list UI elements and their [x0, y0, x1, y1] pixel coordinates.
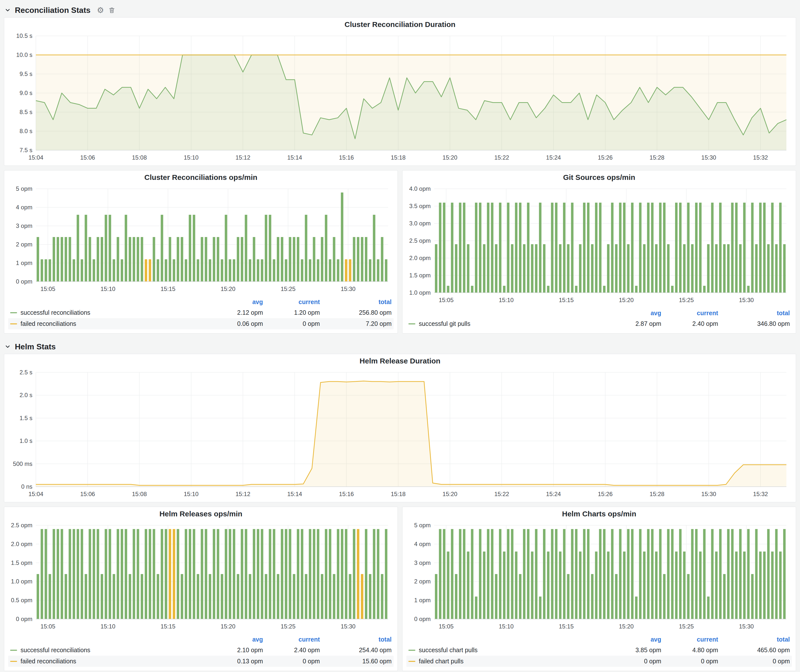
legend: avgcurrenttotalsuccessful reconciliation…: [4, 634, 398, 671]
legend-column-total[interactable]: total: [718, 310, 790, 317]
svg-text:15:32: 15:32: [753, 491, 768, 497]
legend-header: avgcurrenttotal: [8, 635, 394, 645]
trash-icon[interactable]: [108, 6, 115, 14]
panel-header[interactable]: Cluster Reconciliations ops/min: [4, 170, 398, 184]
svg-text:8.5 s: 8.5 s: [19, 109, 32, 115]
svg-text:15:20: 15:20: [221, 286, 235, 292]
panel-header[interactable]: Git Sources ops/min: [402, 170, 796, 184]
svg-text:15:25: 15:25: [679, 623, 694, 630]
panel-header[interactable]: Cluster Reconciliation Duration: [4, 18, 796, 31]
panel-title[interactable]: Helm Charts ops/min: [562, 510, 636, 518]
git-sources-opm-chart[interactable]: 1.0 opm1.5 opm2.0 opm2.5 opm3.0 opm3.5 o…: [405, 184, 793, 308]
panel-title[interactable]: Helm Release Duration: [360, 357, 440, 365]
svg-text:4 opm: 4 opm: [414, 541, 431, 547]
svg-text:15:25: 15:25: [280, 623, 295, 630]
svg-text:15:18: 15:18: [391, 491, 406, 497]
chevron-down-icon[interactable]: [5, 343, 11, 350]
section-header-reconciliation-stats[interactable]: Reconciliation Stats ⚙: [5, 3, 796, 17]
panel-cluster-reconciliation-duration: Cluster Reconciliation Duration 7.5 s8.0…: [4, 17, 796, 166]
panel-title[interactable]: Helm Releases ops/min: [159, 510, 242, 518]
series-color-marker: [408, 323, 415, 324]
section-header-helm-stats[interactable]: Helm Stats: [5, 339, 796, 354]
dashboard: Reconciliation Stats ⚙ Cluster Reconcili…: [0, 0, 800, 672]
legend-series-name[interactable]: failed reconciliations: [10, 320, 206, 327]
legend-column-current[interactable]: current: [263, 298, 320, 306]
section-title[interactable]: Reconciliation Stats: [15, 6, 91, 15]
svg-text:1.5 opm: 1.5 opm: [409, 272, 431, 278]
panel-header[interactable]: Helm Charts ops/min: [402, 507, 796, 521]
chart-svg: 1.0 opm1.5 opm2.0 opm2.5 opm3.0 opm3.5 o…: [405, 184, 793, 308]
legend-column-total[interactable]: total: [320, 298, 392, 306]
svg-text:1.0 opm: 1.0 opm: [11, 578, 32, 585]
svg-text:5 opm: 5 opm: [16, 185, 32, 192]
legend-column-total[interactable]: total: [718, 636, 790, 643]
svg-text:0 opm: 0 opm: [16, 616, 32, 622]
legend-column-current[interactable]: current: [661, 310, 718, 317]
legend-value: 0 opm: [263, 658, 320, 665]
svg-text:15:05: 15:05: [40, 623, 55, 630]
svg-text:15:10: 15:10: [184, 154, 198, 161]
legend-value: 2.10 opm: [206, 646, 263, 654]
svg-text:0 ns: 0 ns: [21, 483, 32, 490]
cluster-reconciliations-opm-chart[interactable]: 0 opm1 opm2 opm3 opm4 opm5 opm15:0515:10…: [7, 184, 395, 297]
svg-text:15:25: 15:25: [679, 297, 694, 303]
panel-header[interactable]: Helm Release Duration: [4, 354, 796, 368]
legend-value: 0.13 opm: [206, 658, 263, 665]
legend-series-name[interactable]: failed reconciliations: [10, 658, 206, 665]
svg-text:15:30: 15:30: [341, 286, 355, 292]
gear-icon[interactable]: ⚙: [97, 6, 104, 14]
section-title[interactable]: Helm Stats: [15, 342, 56, 351]
legend-series-name[interactable]: successful git pulls: [408, 320, 604, 327]
svg-text:9.0 s: 9.0 s: [19, 90, 32, 96]
legend-row: successful chart pulls3.85 opm4.80 opm46…: [406, 645, 792, 656]
series-color-marker: [10, 312, 17, 313]
svg-text:15:25: 15:25: [280, 286, 295, 292]
svg-text:15:04: 15:04: [29, 491, 43, 497]
svg-text:1 opm: 1 opm: [16, 259, 32, 266]
svg-text:15:30: 15:30: [701, 154, 716, 161]
legend-series-name[interactable]: successful reconciliations: [10, 646, 206, 654]
svg-text:15:20: 15:20: [619, 623, 634, 630]
legend-column-avg[interactable]: avg: [604, 636, 661, 643]
legend-series-name[interactable]: successful reconciliations: [10, 309, 206, 316]
helm-releases-opm-chart[interactable]: 0 opm0.5 opm1.0 opm1.5 opm2.0 opm2.5 opm…: [7, 521, 395, 634]
chart-svg: 0 ns500 ms1.0 s1.5 s2.0 s2.5 s15:0415:06…: [7, 368, 793, 502]
svg-text:15:14: 15:14: [287, 491, 302, 497]
panel-title[interactable]: Cluster Reconciliations ops/min: [144, 173, 258, 182]
svg-text:5 opm: 5 opm: [414, 522, 431, 528]
legend-value: 3.85 opm: [604, 646, 661, 654]
legend-column-total[interactable]: total: [320, 636, 392, 643]
panel-helm-charts-opm: Helm Charts ops/min 0 opm1 opm2 opm3 opm…: [402, 507, 796, 671]
legend-column-current[interactable]: current: [263, 636, 320, 643]
svg-text:15:15: 15:15: [559, 623, 574, 630]
legend-column-avg[interactable]: avg: [206, 636, 263, 643]
legend: avgcurrenttotalsuccessful chart pulls3.8…: [402, 634, 796, 671]
helm-charts-opm-chart[interactable]: 0 opm1 opm2 opm3 opm4 opm5 opm15:0515:10…: [405, 521, 793, 634]
helm-release-duration-chart[interactable]: 0 ns500 ms1.0 s1.5 s2.0 s2.5 s15:0415:06…: [7, 368, 793, 502]
chart-svg: 0 opm1 opm2 opm3 opm4 opm5 opm15:0515:10…: [7, 184, 395, 297]
cluster-reconciliation-duration-chart[interactable]: 7.5 s8.0 s8.5 s9.0 s9.5 s10.0 s10.5 s15:…: [7, 31, 793, 166]
svg-text:4.0 opm: 4.0 opm: [409, 185, 431, 192]
legend-series-name[interactable]: successful chart pulls: [408, 646, 604, 654]
series-color-marker: [408, 661, 415, 662]
panel-title[interactable]: Cluster Reconciliation Duration: [345, 20, 455, 29]
svg-text:0.5 opm: 0.5 opm: [11, 597, 32, 603]
legend-column-avg[interactable]: avg: [206, 298, 263, 306]
legend-column-avg[interactable]: avg: [604, 310, 661, 317]
series-color-marker: [10, 661, 17, 662]
svg-text:0 opm: 0 opm: [16, 278, 32, 285]
legend-series-name[interactable]: failed chart pulls: [408, 658, 604, 665]
panel-header[interactable]: Helm Releases ops/min: [4, 507, 398, 521]
svg-text:15:30: 15:30: [739, 623, 754, 630]
legend-row: failed reconciliations0.06 opm0 opm7.20 …: [8, 318, 394, 329]
legend-column-current[interactable]: current: [661, 636, 718, 643]
chart-svg: 0 opm1 opm2 opm3 opm4 opm5 opm15:0515:10…: [405, 521, 793, 634]
legend-value: 256.80 opm: [320, 309, 392, 316]
panel-title[interactable]: Git Sources ops/min: [563, 173, 635, 182]
panel-helm-releases-opm: Helm Releases ops/min 0 opm0.5 opm1.0 op…: [4, 507, 398, 671]
svg-text:4 opm: 4 opm: [16, 204, 32, 211]
panel-helm-release-duration: Helm Release Duration 0 ns500 ms1.0 s1.5…: [4, 354, 796, 502]
chevron-down-icon[interactable]: [5, 7, 11, 13]
legend: avgcurrenttotalsuccessful git pulls2.87 …: [402, 308, 796, 333]
legend-header: avgcurrenttotal: [406, 635, 792, 645]
